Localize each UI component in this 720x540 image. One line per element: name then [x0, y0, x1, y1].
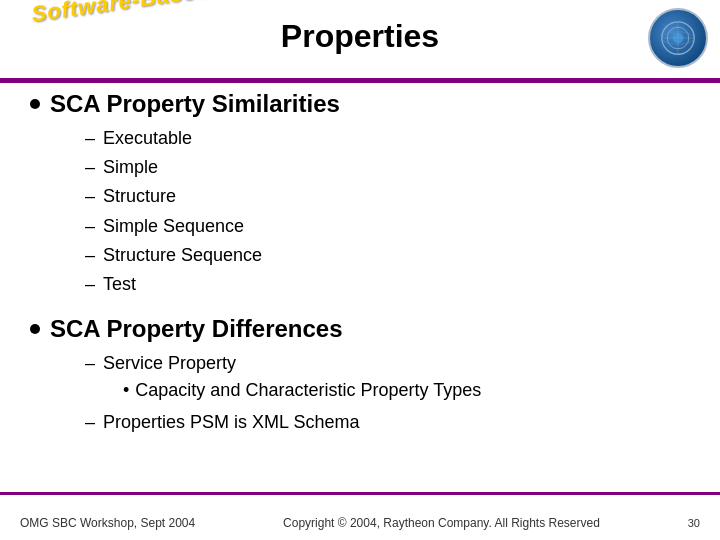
- dash-icon: –: [85, 351, 95, 376]
- bullet-dot-similarities: [30, 99, 40, 109]
- item-structure-sequence: Structure Sequence: [103, 243, 262, 268]
- item-properties-psm: Properties PSM is XML Schema: [103, 410, 359, 435]
- bullet-dot-differences: [30, 324, 40, 334]
- item-structure: Structure: [103, 184, 176, 209]
- list-item: – Structure: [85, 184, 690, 209]
- similarities-heading: SCA Property Similarities: [30, 90, 690, 118]
- similarities-sub-items: – Executable – Simple – Structure – Simp…: [85, 126, 690, 297]
- service-property-nested: • Capacity and Characteristic Property T…: [123, 378, 481, 403]
- footer-left: OMG SBC Workshop, Sept 2004: [20, 516, 195, 530]
- item-executable: Executable: [103, 126, 192, 151]
- footer: OMG SBC Workshop, Sept 2004 Copyright © …: [0, 516, 720, 530]
- differences-section: SCA Property Differences – Service Prope…: [30, 315, 690, 435]
- dash-icon: –: [85, 214, 95, 239]
- dash-icon: –: [85, 243, 95, 268]
- differences-heading: SCA Property Differences: [30, 315, 690, 343]
- footer-center: Copyright © 2004, Raytheon Company. All …: [283, 516, 600, 530]
- item-simple: Simple: [103, 155, 158, 180]
- list-item: – Test: [85, 272, 690, 297]
- similarities-heading-text: SCA Property Similarities: [50, 90, 340, 118]
- bottom-decorative-bar: [0, 492, 720, 495]
- dash-icon: –: [85, 410, 95, 435]
- similarities-section: SCA Property Similarities – Executable –…: [30, 90, 690, 297]
- dash-icon: –: [85, 126, 95, 151]
- page-title: Properties: [0, 18, 720, 55]
- dash-icon: –: [85, 184, 95, 209]
- list-item: – Service Property • Capacity and Charac…: [85, 351, 690, 405]
- differences-sub-items: – Service Property • Capacity and Charac…: [85, 351, 690, 435]
- list-item: – Properties PSM is XML Schema: [85, 410, 690, 435]
- list-item: – Executable: [85, 126, 690, 151]
- item-simple-sequence: Simple Sequence: [103, 214, 244, 239]
- dash-icon: –: [85, 272, 95, 297]
- item-service-property: Service Property: [103, 353, 236, 373]
- nested-bullet-icon: •: [123, 378, 129, 403]
- dash-icon: –: [85, 155, 95, 180]
- list-item: – Simple: [85, 155, 690, 180]
- top-decorative-bar: [0, 78, 720, 83]
- differences-heading-text: SCA Property Differences: [50, 315, 343, 343]
- footer-page-number: 30: [688, 517, 700, 529]
- list-item: – Simple Sequence: [85, 214, 690, 239]
- list-item: – Structure Sequence: [85, 243, 690, 268]
- main-content: SCA Property Similarities – Executable –…: [30, 90, 690, 480]
- list-item: • Capacity and Characteristic Property T…: [123, 378, 481, 403]
- item-capacity-characteristic: Capacity and Characteristic Property Typ…: [135, 378, 481, 403]
- item-test: Test: [103, 272, 136, 297]
